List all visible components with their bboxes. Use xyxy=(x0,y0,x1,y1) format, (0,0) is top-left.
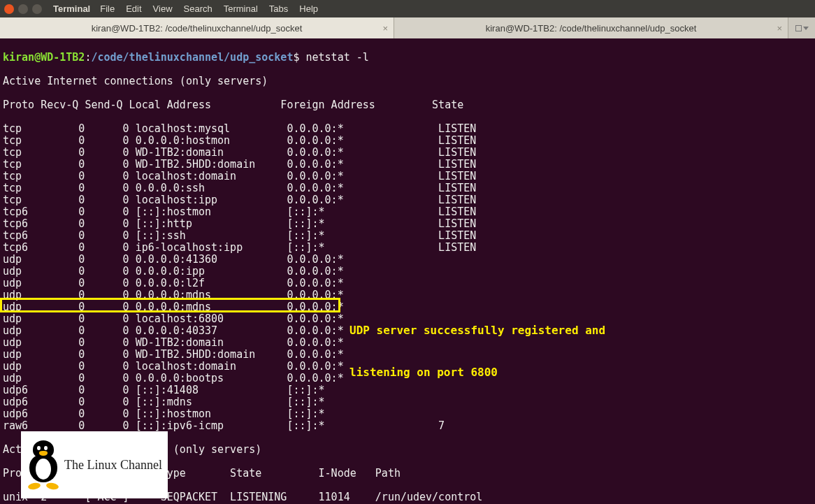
annotation-text: UDP server successfully registered and l… xyxy=(349,296,605,394)
netstat-row: udp6 0 0 [::]:hostmon [::]:* xyxy=(3,408,812,420)
tab-2[interactable]: kiran@WD-1TB2: /code/thelinuxchannel/udp… xyxy=(394,17,788,38)
netstat-row: tcp 0 0 0.0.0.0:hostmon 0.0.0.0:* LISTEN xyxy=(3,135,812,147)
netstat-row: tcp 0 0 WD-1TB2:domain 0.0.0.0:* LISTEN xyxy=(3,147,812,159)
netstat-row: udp 0 0 0.0.0.0:l2f 0.0.0.0:* xyxy=(3,278,812,289)
menu-terminal[interactable]: Terminal xyxy=(218,3,264,14)
netstat-row: tcp 0 0 localhost:domain 0.0.0.0:* LISTE… xyxy=(3,171,812,182)
watermark-text: The Linux Channel xyxy=(64,459,162,471)
prompt-line: kiran@WD-1TB2:/code/thelinuxchannel/udp_… xyxy=(3,52,812,64)
annotation-line1: UDP server successfully registered and xyxy=(349,324,605,338)
terminal-output[interactable]: kiran@WD-1TB2:/code/thelinuxchannel/udp_… xyxy=(0,38,815,504)
header-net-cols: Proto Recv-Q Send-Q Local Address Foreig… xyxy=(3,99,812,111)
menu-search[interactable]: Search xyxy=(178,3,218,14)
close-window-icon[interactable] xyxy=(4,4,14,14)
netstat-row: tcp6 0 0 ip6-localhost:ipp [::]:* LISTEN xyxy=(3,242,812,254)
new-tab-button[interactable] xyxy=(788,17,815,38)
netstat-row: tcp6 0 0 [::]:http [::]:* LISTEN xyxy=(3,218,812,230)
menu-file[interactable]: File xyxy=(94,3,120,14)
netstat-row: tcp 0 0 localhost:mysql 0.0.0.0:* LISTEN xyxy=(3,123,812,135)
dropdown-icon xyxy=(803,27,809,30)
netstat-row: tcp 0 0 localhost:ipp 0.0.0.0:* LISTEN xyxy=(3,194,812,206)
tux-icon xyxy=(25,440,62,489)
prompt-userhost: kiran@WD-1TB2 xyxy=(3,51,85,64)
netstat-row: tcp6 0 0 [::]:ssh [::]:* LISTEN xyxy=(3,230,812,242)
tab-1-title: kiran@WD-1TB2: /code/thelinuxchannel/udp… xyxy=(92,23,303,34)
prompt-dollar: $ xyxy=(293,51,299,64)
netstat-row: raw6 0 0 [::]:ipv6-icmp [::]:* 7 xyxy=(3,420,812,432)
netstat-row: tcp 0 0 0.0.0.0:ssh 0.0.0.0:* LISTEN xyxy=(3,182,812,194)
tab-bar: kiran@WD-1TB2: /code/thelinuxchannel/udp… xyxy=(0,17,815,38)
netstat-row: udp 0 0 0.0.0.0:41360 0.0.0.0:* xyxy=(3,254,812,266)
netstat-row: udp 0 0 0.0.0.0:ipp 0.0.0.0:* xyxy=(3,266,812,278)
menu-help[interactable]: Help xyxy=(294,3,324,14)
maximize-window-icon[interactable] xyxy=(32,4,42,14)
header-active-inet: Active Internet connections (only server… xyxy=(3,75,812,87)
prompt-path: /code/thelinuxchannel/udp_socket xyxy=(91,51,293,64)
menu-view[interactable]: View xyxy=(147,3,178,14)
menu-tabs[interactable]: Tabs xyxy=(264,3,294,14)
watermark: The Linux Channel xyxy=(21,431,168,498)
window-controls xyxy=(4,4,42,14)
menubar: Terminal File Edit View Search Terminal … xyxy=(0,0,815,17)
tab-2-title: kiran@WD-1TB2: /code/thelinuxchannel/udp… xyxy=(486,23,697,34)
tab-1-close-icon[interactable]: × xyxy=(382,23,388,34)
tab-2-close-icon[interactable]: × xyxy=(777,23,782,34)
new-tab-icon xyxy=(795,25,802,31)
command-text: netstat -l xyxy=(305,51,368,64)
app-name: Terminal xyxy=(53,3,90,14)
menu-edit[interactable]: Edit xyxy=(120,3,147,14)
tab-1[interactable]: kiran@WD-1TB2: /code/thelinuxchannel/udp… xyxy=(0,17,394,38)
netstat-row: tcp 0 0 WD-1TB2.5HDD:domain 0.0.0.0:* LI… xyxy=(3,159,812,171)
minimize-window-icon[interactable] xyxy=(18,4,28,14)
netstat-row: udp6 0 0 [::]:mdns [::]:* xyxy=(3,396,812,408)
netstat-row: tcp6 0 0 [::]:hostmon [::]:* LISTEN xyxy=(3,206,812,218)
annotation-line2: listening on port 6800 xyxy=(349,366,605,380)
